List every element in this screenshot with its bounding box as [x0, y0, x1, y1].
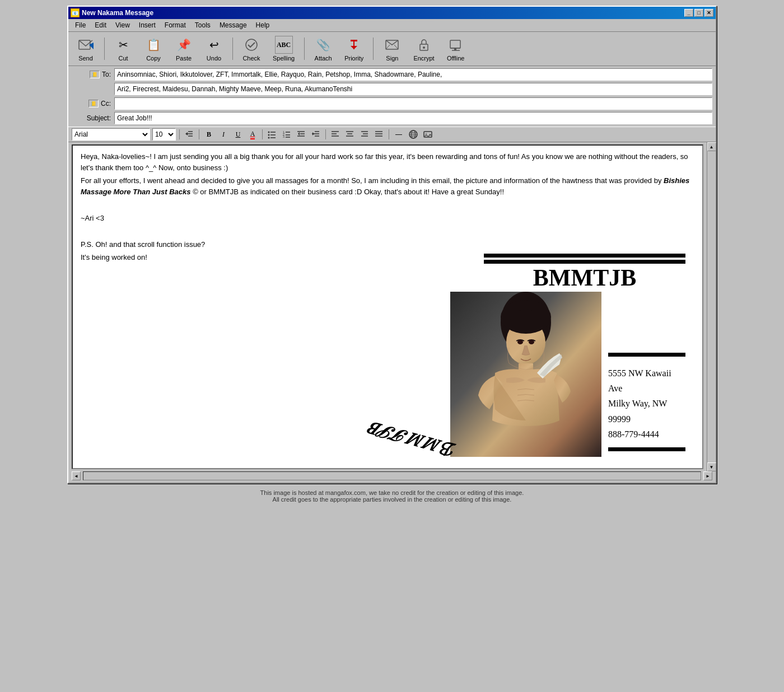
copy-icon: 📋 [144, 36, 162, 54]
subject-input[interactable] [114, 112, 712, 124]
font-select[interactable]: Arial [72, 128, 150, 141]
undo-button[interactable]: ↩ Undo [200, 34, 228, 63]
sign-button[interactable]: Sign [378, 34, 406, 63]
check-label: Check [242, 55, 260, 62]
toolbar-sep-1 [104, 38, 105, 60]
offline-button[interactable]: Offline [442, 34, 470, 63]
fmt-sep-1 [179, 129, 180, 139]
encrypt-label: Encrypt [413, 55, 434, 62]
header-fields: 📒 To: 📒 Cc: Subject: [68, 66, 716, 127]
message-text: Heya, Naka-lovelies~! I am just sending … [81, 151, 694, 263]
mid-line [608, 353, 685, 357]
body-signature [81, 199, 694, 211]
insert-image-button[interactable] [422, 128, 434, 141]
menu-file[interactable]: File [71, 20, 90, 30]
unordered-list-button[interactable] [266, 128, 278, 141]
menu-edit[interactable]: Edit [90, 20, 111, 30]
card-header: BMMTJB [484, 254, 685, 292]
vertical-scrollbar: ▲ ▼ [707, 142, 716, 471]
size-select[interactable]: 10 [152, 128, 176, 141]
menu-tools[interactable]: Tools [190, 20, 215, 30]
justify-button[interactable] [373, 128, 385, 141]
body-para2-end: © or BMMTJB as indicated on their busine… [191, 188, 505, 196]
footer-line-2: All credit goes to the appropriate parti… [260, 496, 524, 503]
sign-label: Sign [386, 55, 398, 62]
cc-input[interactable] [114, 97, 712, 110]
svg-marker-30 [298, 132, 300, 135]
svg-point-19 [268, 137, 270, 139]
check-button[interactable]: Check [237, 34, 265, 63]
card-watermark: ℬ𝑀𝑀𝒯𝒮𝐵 [442, 360, 469, 451]
send-button[interactable]: Send [72, 34, 100, 63]
to-input-2[interactable] [114, 83, 712, 95]
hrule-button[interactable]: — [393, 128, 405, 141]
underline-button[interactable]: U [232, 128, 244, 141]
to-field-row-2 [72, 83, 712, 95]
insert-web-button[interactable] [407, 128, 419, 141]
toolbar: Send ✂ Cut 📋 Copy 📌 Paste ↩ Undo [68, 32, 716, 66]
to-icon: 📒 [90, 71, 100, 78]
fmt-sep-4 [325, 129, 326, 139]
menu-format[interactable]: Format [160, 20, 190, 30]
attach-icon: 📎 [314, 36, 332, 54]
priority-icon [345, 36, 363, 54]
ordered-list-button[interactable]: 1. 2. 3. [281, 128, 293, 141]
scroll-down-button[interactable]: ▼ [707, 462, 716, 471]
maximize-button[interactable]: □ [694, 9, 703, 17]
svg-marker-14 [185, 132, 188, 135]
h-scroll-track[interactable] [83, 471, 701, 480]
indent-decrease-button[interactable] [183, 128, 195, 141]
minimize-button[interactable]: _ [684, 9, 693, 17]
horizontal-scrollbar-area: ◄ ► [68, 471, 716, 483]
paste-button[interactable]: 📌 Paste [170, 34, 198, 63]
to-field-row: 📒 To: [72, 68, 712, 81]
bold-button[interactable]: B [203, 128, 215, 141]
priority-button[interactable]: Priority [339, 34, 368, 63]
copy-button[interactable]: 📋 Copy [139, 34, 167, 63]
svg-rect-3 [351, 40, 357, 41]
svg-rect-7 [450, 40, 460, 48]
align-right-button[interactable] [358, 128, 371, 141]
cut-button[interactable]: ✂ Cut [109, 34, 137, 63]
spelling-label: Spelling [273, 55, 295, 62]
body-paragraph-1: Heya, Naka-lovelies~! I am just sending … [81, 151, 694, 173]
encrypt-button[interactable]: Encrypt [408, 34, 439, 63]
font-color-button[interactable]: A [246, 128, 259, 141]
spelling-button[interactable]: ABC Spelling [268, 34, 300, 63]
scroll-left-button[interactable]: ◄ [72, 471, 81, 480]
svg-marker-1 [89, 43, 94, 49]
subject-label-container: Subject: [72, 114, 111, 122]
align-center-button[interactable] [344, 128, 356, 141]
scroll-track[interactable] [707, 151, 716, 462]
attach-button[interactable]: 📎 Attach [309, 34, 337, 63]
italic-button[interactable]: I [217, 128, 230, 141]
menu-view[interactable]: View [111, 20, 134, 30]
menu-message[interactable]: Message [215, 20, 251, 30]
scroll-right-button[interactable]: ► [703, 471, 712, 480]
spelling-icon: ABC [275, 36, 293, 54]
menu-help[interactable]: Help [251, 20, 274, 30]
align-left-button[interactable] [329, 128, 342, 141]
cc-icon: 📒 [88, 100, 99, 107]
outdent-button[interactable] [310, 128, 322, 141]
scroll-up-button[interactable]: ▲ [707, 142, 716, 151]
menu-insert[interactable]: Insert [134, 20, 160, 30]
indent-increase-button[interactable] [295, 128, 307, 141]
top-line-2 [484, 260, 685, 264]
send-label: Send [78, 55, 93, 62]
footer: This image is hosted at mangafox.com, we… [258, 487, 526, 505]
fmt-sep-5 [389, 129, 389, 139]
to-input-1[interactable] [114, 68, 712, 81]
svg-marker-34 [312, 132, 314, 135]
toolbar-sep-2 [232, 38, 233, 60]
cut-icon: ✂ [114, 36, 132, 54]
address-block: 5555 NW Kawaii Ave Milky Way, NW 99999 8… [608, 366, 685, 442]
business-card: BMMTJB ℬ𝑀𝑀𝒯𝒮𝐵 [450, 254, 685, 457]
message-body[interactable]: Heya, Naka-lovelies~! I am just sending … [72, 144, 703, 469]
svg-point-6 [423, 46, 425, 49]
svg-point-59 [517, 340, 523, 344]
fmt-sep-2 [199, 129, 199, 139]
close-button[interactable]: ✕ [704, 9, 713, 17]
body-para2-start: For all your efforts, I went ahead and d… [81, 176, 664, 185]
card-body: ℬ𝑀𝑀𝒯𝒮𝐵 [450, 292, 685, 457]
